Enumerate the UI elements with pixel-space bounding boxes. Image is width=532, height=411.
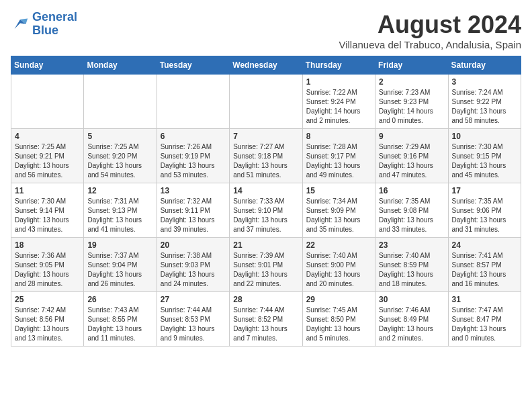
calendar-cell [230,75,302,129]
day-info: Sunrise: 7:31 AM Sunset: 9:13 PM Dayligh… [87,197,152,234]
day-number: 5 [87,132,152,141]
day-info: Sunrise: 7:34 AM Sunset: 9:09 PM Dayligh… [306,197,371,234]
day-number: 14 [233,186,298,195]
calendar-cell: 16Sunrise: 7:35 AM Sunset: 9:08 PM Dayli… [375,183,448,238]
day-number: 20 [161,240,226,250]
day-number: 6 [161,132,226,141]
calendar-cell: 1Sunrise: 7:22 AM Sunset: 9:24 PM Daylig… [302,75,375,129]
calendar-cell: 28Sunrise: 7:44 AM Sunset: 8:52 PM Dayli… [230,292,302,347]
calendar-cell: 14Sunrise: 7:33 AM Sunset: 9:10 PM Dayli… [230,183,302,238]
calendar-body: 1Sunrise: 7:22 AM Sunset: 9:24 PM Daylig… [11,75,521,347]
day-number: 22 [306,240,371,250]
logo-icon [11,15,30,34]
day-info: Sunrise: 7:35 AM Sunset: 9:08 PM Dayligh… [379,197,444,234]
logo-general: General [32,10,77,24]
calendar-cell: 22Sunrise: 7:40 AM Sunset: 9:00 PM Dayli… [302,238,375,292]
day-number: 29 [306,295,371,304]
calendar-cell: 20Sunrise: 7:38 AM Sunset: 9:03 PM Dayli… [157,238,229,292]
day-info: Sunrise: 7:28 AM Sunset: 9:17 PM Dayligh… [306,142,371,180]
title-area: August 2024 Villanueva del Trabuco, Anda… [339,11,521,50]
day-number: 9 [379,132,444,141]
calendar-cell [157,75,229,129]
day-info: Sunrise: 7:25 AM Sunset: 9:20 PM Dayligh… [87,142,152,180]
day-number: 23 [379,240,444,250]
day-number: 12 [87,186,152,195]
calendar-cell: 19Sunrise: 7:37 AM Sunset: 9:04 PM Dayli… [84,238,157,292]
calendar-cell: 25Sunrise: 7:42 AM Sunset: 8:56 PM Dayli… [11,292,84,347]
logo: General Blue [11,11,77,38]
day-number: 8 [306,132,371,141]
calendar-week-2: 4Sunrise: 7:25 AM Sunset: 9:21 PM Daylig… [11,129,521,183]
logo-text: General Blue [32,11,77,38]
day-info: Sunrise: 7:40 AM Sunset: 9:00 PM Dayligh… [306,251,371,289]
day-info: Sunrise: 7:33 AM Sunset: 9:10 PM Dayligh… [233,197,298,234]
day-number: 19 [87,240,152,250]
calendar-cell: 9Sunrise: 7:29 AM Sunset: 9:16 PM Daylig… [375,129,448,183]
calendar-cell [84,75,157,129]
day-info: Sunrise: 7:22 AM Sunset: 9:24 PM Dayligh… [306,88,371,126]
day-info: Sunrise: 7:25 AM Sunset: 9:21 PM Dayligh… [15,142,80,180]
calendar-cell: 4Sunrise: 7:25 AM Sunset: 9:21 PM Daylig… [11,129,84,183]
day-number: 25 [15,295,80,304]
header-row: Sunday Monday Tuesday Wednesday Thursday… [11,56,521,75]
day-info: Sunrise: 7:38 AM Sunset: 9:03 PM Dayligh… [161,251,226,289]
day-number: 17 [452,186,517,195]
calendar-cell: 11Sunrise: 7:30 AM Sunset: 9:14 PM Dayli… [11,183,84,238]
day-number: 21 [233,240,298,250]
month-year-title: August 2024 [339,11,521,39]
calendar-cell: 5Sunrise: 7:25 AM Sunset: 9:20 PM Daylig… [84,129,157,183]
day-info: Sunrise: 7:44 AM Sunset: 8:53 PM Dayligh… [161,306,226,343]
col-friday: Friday [375,56,448,75]
header: General Blue August 2024 Villanueva del … [11,11,521,50]
day-info: Sunrise: 7:27 AM Sunset: 9:18 PM Dayligh… [233,142,298,180]
day-info: Sunrise: 7:39 AM Sunset: 9:01 PM Dayligh… [233,251,298,289]
day-info: Sunrise: 7:44 AM Sunset: 8:52 PM Dayligh… [233,306,298,343]
calendar-week-1: 1Sunrise: 7:22 AM Sunset: 9:24 PM Daylig… [11,75,521,129]
calendar-cell: 29Sunrise: 7:45 AM Sunset: 8:50 PM Dayli… [302,292,375,347]
calendar-cell: 13Sunrise: 7:32 AM Sunset: 9:11 PM Dayli… [157,183,229,238]
day-number: 28 [233,295,298,304]
calendar-cell: 3Sunrise: 7:24 AM Sunset: 9:22 PM Daylig… [448,75,521,129]
day-number: 18 [15,240,80,250]
day-number: 30 [379,295,444,304]
calendar-cell: 6Sunrise: 7:26 AM Sunset: 9:19 PM Daylig… [157,129,229,183]
col-saturday: Saturday [448,56,521,75]
day-info: Sunrise: 7:42 AM Sunset: 8:56 PM Dayligh… [15,306,80,343]
calendar-table: Sunday Monday Tuesday Wednesday Thursday… [11,56,521,347]
calendar-cell: 8Sunrise: 7:28 AM Sunset: 9:17 PM Daylig… [302,129,375,183]
calendar-cell: 21Sunrise: 7:39 AM Sunset: 9:01 PM Dayli… [230,238,302,292]
calendar-cell: 10Sunrise: 7:30 AM Sunset: 9:15 PM Dayli… [448,129,521,183]
col-sunday: Sunday [11,56,84,75]
col-wednesday: Wednesday [230,56,302,75]
calendar-cell: 7Sunrise: 7:27 AM Sunset: 9:18 PM Daylig… [230,129,302,183]
calendar-cell: 26Sunrise: 7:43 AM Sunset: 8:55 PM Dayli… [84,292,157,347]
day-number: 27 [161,295,226,304]
day-number: 11 [15,186,80,195]
calendar-cell: 31Sunrise: 7:47 AM Sunset: 8:47 PM Dayli… [448,292,521,347]
day-number: 3 [452,77,517,87]
day-info: Sunrise: 7:32 AM Sunset: 9:11 PM Dayligh… [161,197,226,234]
day-number: 26 [87,295,152,304]
calendar-cell: 24Sunrise: 7:41 AM Sunset: 8:57 PM Dayli… [448,238,521,292]
day-info: Sunrise: 7:36 AM Sunset: 9:05 PM Dayligh… [15,251,80,289]
col-monday: Monday [84,56,157,75]
col-tuesday: Tuesday [157,56,229,75]
day-info: Sunrise: 7:24 AM Sunset: 9:22 PM Dayligh… [452,88,517,126]
day-number: 7 [233,132,298,141]
calendar-week-5: 25Sunrise: 7:42 AM Sunset: 8:56 PM Dayli… [11,292,521,347]
day-number: 2 [379,77,444,87]
day-info: Sunrise: 7:30 AM Sunset: 9:15 PM Dayligh… [452,142,517,180]
calendar-cell: 30Sunrise: 7:46 AM Sunset: 8:49 PM Dayli… [375,292,448,347]
day-number: 24 [452,240,517,250]
day-number: 1 [306,77,371,87]
calendar-cell: 23Sunrise: 7:40 AM Sunset: 8:59 PM Dayli… [375,238,448,292]
day-number: 13 [161,186,226,195]
day-number: 10 [452,132,517,141]
calendar-cell: 18Sunrise: 7:36 AM Sunset: 9:05 PM Dayli… [11,238,84,292]
day-info: Sunrise: 7:35 AM Sunset: 9:06 PM Dayligh… [452,197,517,234]
day-info: Sunrise: 7:37 AM Sunset: 9:04 PM Dayligh… [87,251,152,289]
day-info: Sunrise: 7:30 AM Sunset: 9:14 PM Dayligh… [15,197,80,234]
day-number: 16 [379,186,444,195]
day-info: Sunrise: 7:41 AM Sunset: 8:57 PM Dayligh… [452,251,517,289]
day-info: Sunrise: 7:43 AM Sunset: 8:55 PM Dayligh… [87,306,152,343]
